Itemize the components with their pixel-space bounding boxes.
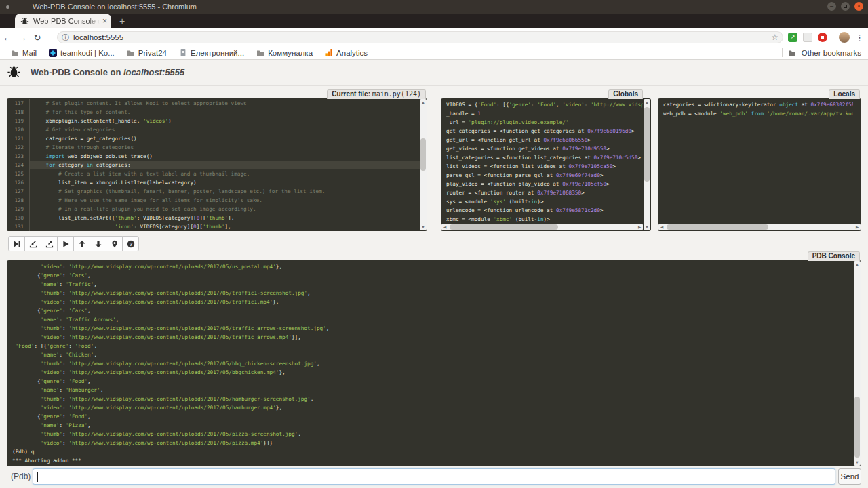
bookmark-item[interactable]: Analytics — [325, 49, 368, 57]
scroll-up-arrow[interactable]: ▲ — [854, 261, 861, 268]
output-line: get_videos = <function get_videos at 0x7… — [446, 144, 643, 153]
bookmark-item[interactable]: Privat24 — [127, 49, 167, 57]
browser-menu-icon[interactable]: ⋮ — [855, 33, 864, 43]
send-button[interactable]: Send — [838, 468, 861, 485]
scrollbar-thumb[interactable] — [420, 138, 426, 171]
scroll-right-arrow[interactable]: ▶ — [854, 224, 861, 230]
pdb-console-panel: PDB Console 'video': 'http://www.vidspla… — [7, 260, 861, 466]
code-line: 126 list_item = xbmcgui.ListItem(label=c… — [7, 178, 420, 187]
close-button[interactable]: × — [854, 2, 863, 11]
output-line: (Pdb) q — [12, 447, 853, 456]
code-line: 123 import web_pdb;web_pdb.set_trace() — [7, 152, 420, 161]
profile-avatar[interactable] — [839, 32, 850, 43]
scroll-right-arrow[interactable]: ▶ — [636, 224, 643, 230]
scrollbar-thumb[interactable] — [667, 224, 768, 230]
console-lines: 'video': 'http://www.vidsplay.com/wp-con… — [7, 262, 853, 465]
pdb-command-input[interactable] — [33, 468, 835, 485]
scroll-left-arrow[interactable]: ◀ — [441, 224, 448, 230]
reload-icon[interactable]: ↻ — [30, 33, 45, 43]
line-number: 124 — [7, 161, 30, 169]
pdb-console-label: PDB Console — [808, 251, 860, 261]
output-line: 'video': 'http://www.vidsplay.com/wp-con… — [12, 333, 853, 342]
step-out-icon — [45, 240, 54, 248]
new-tab-button[interactable]: + — [117, 16, 127, 27]
console-vertical-scrollbar[interactable]: ▲ ▼ — [854, 261, 861, 466]
output-line: 'name': 'Traffic Arrows', — [12, 315, 853, 324]
tab-close-icon[interactable]: × — [102, 16, 107, 26]
step-forward-icon — [13, 240, 21, 248]
forward-icon[interactable]: → — [15, 32, 30, 43]
scrollbar-thumb[interactable] — [854, 396, 860, 458]
where-button[interactable] — [106, 236, 123, 251]
code-line: 125 # Create a list item with a text lab… — [7, 169, 420, 178]
line-number: 129 — [7, 205, 30, 214]
output-line: web_pdb = <module 'web_pdb' from '/home/… — [663, 109, 853, 118]
browser-tab[interactable]: Web-PDB Console on loca × — [15, 14, 111, 28]
down-button[interactable] — [90, 236, 106, 251]
extension-gray-icon[interactable] — [803, 33, 812, 42]
address-bar[interactable]: ⓘ localhost:5555 ☆ — [57, 31, 783, 43]
bookmark-label: teamkodi | Ko... — [60, 49, 115, 57]
line-number: 123 — [7, 152, 30, 161]
next-button[interactable] — [8, 236, 25, 251]
line-number: 131 — [7, 222, 30, 231]
scroll-up-arrow[interactable]: ▲ — [644, 99, 650, 106]
output-line: _handle = 1 — [446, 109, 643, 118]
toolbar-right: ↗ ⋮ — [788, 28, 864, 46]
maximize-button[interactable] — [841, 2, 850, 11]
minimize-button[interactable]: – — [827, 2, 836, 11]
bookmark-item[interactable]: Електронний... — [179, 49, 244, 57]
code-line: 127 # Set graphics (thumbnail, fanart, b… — [7, 187, 420, 196]
code-vertical-scrollbar[interactable]: ▲ ▼ — [420, 99, 427, 230]
bookmark-item[interactable]: Коммуналка — [256, 49, 313, 57]
chart-icon — [325, 49, 333, 57]
globals-horizontal-scrollbar[interactable]: ◀ ▶ — [441, 224, 643, 230]
step-button[interactable] — [24, 236, 41, 251]
extension-red-icon[interactable] — [818, 33, 827, 42]
line-number: 130 — [7, 214, 30, 222]
output-line: get_url = <function get_url at 0x7f9e6a0… — [446, 136, 643, 144]
scroll-left-arrow[interactable]: ◀ — [658, 224, 665, 230]
site-info-icon[interactable]: ⓘ — [62, 33, 69, 43]
return-button[interactable] — [41, 236, 58, 251]
bookmark-item[interactable]: teamkodi | Ko... — [49, 49, 115, 57]
window-titlebar: Web-PDB Console on localhost:5555 - Chro… — [0, 0, 868, 14]
scroll-down-arrow[interactable]: ▼ — [644, 224, 650, 230]
output-line: {'genre': 'Food', — [12, 377, 853, 386]
globals-vertical-scrollbar[interactable]: ▲ ▼ — [644, 99, 650, 230]
debug-toolbar: ? — [8, 236, 139, 251]
address-url[interactable]: localhost:5555 — [73, 33, 771, 41]
scrollbar-thumb[interactable] — [644, 107, 650, 182]
bookmark-item[interactable]: Mail — [11, 49, 37, 57]
output-line: 'Food': [{'genre': 'Food', — [12, 342, 853, 350]
line-number: 122 — [7, 143, 30, 152]
code-line: 130 list_item.setArt({'thumb': VIDEOS[ca… — [7, 214, 420, 222]
scrollbar-thumb[interactable] — [450, 224, 558, 230]
up-button[interactable] — [73, 236, 90, 251]
other-bookmarks[interactable]: Other bookmarks — [782, 48, 861, 57]
window-title: Web-PDB Console on localhost:5555 - Chro… — [33, 3, 197, 11]
page-title-host: localhost:5555 — [123, 67, 184, 77]
output-line: _url = 'plugin://plugin.video.example/' — [446, 118, 643, 127]
current-file-panel: Current file: main.py(124) 117 # Set plu… — [7, 98, 427, 231]
scroll-down-arrow[interactable]: ▼ — [854, 459, 861, 466]
scroll-down-arrow[interactable]: ▼ — [420, 224, 427, 230]
line-number: 117 — [7, 99, 30, 108]
code-line: 128 # Here we use the same image for all… — [7, 196, 420, 205]
scroll-up-arrow[interactable]: ▲ — [420, 99, 427, 106]
maximize-icon — [844, 5, 847, 8]
code-line: 131 'icon': VIDEOS[category][0]['thumb']… — [7, 222, 420, 231]
output-line: {'genre': 'Food', — [12, 412, 853, 421]
extension-green-icon[interactable]: ↗ — [788, 33, 797, 42]
folder-icon — [256, 49, 264, 57]
locals-horizontal-scrollbar[interactable]: ◀ ▶ — [658, 224, 861, 230]
output-line: VIDEOS = {'Food': [{'genre': 'Food', 'vi… — [446, 100, 643, 109]
back-icon[interactable]: ← — [0, 32, 15, 43]
output-line: parse_qsl = <function parse_qsl at 0x7f9… — [446, 171, 643, 180]
help-button[interactable]: ? — [122, 236, 139, 251]
output-line: 'video': 'http://www.vidsplay.com/wp-con… — [12, 368, 853, 377]
output-line: {'genre': 'Cars', — [12, 271, 853, 280]
bookmark-star-icon[interactable]: ☆ — [771, 33, 778, 42]
continue-button[interactable] — [57, 236, 74, 251]
step-into-icon — [29, 240, 37, 248]
